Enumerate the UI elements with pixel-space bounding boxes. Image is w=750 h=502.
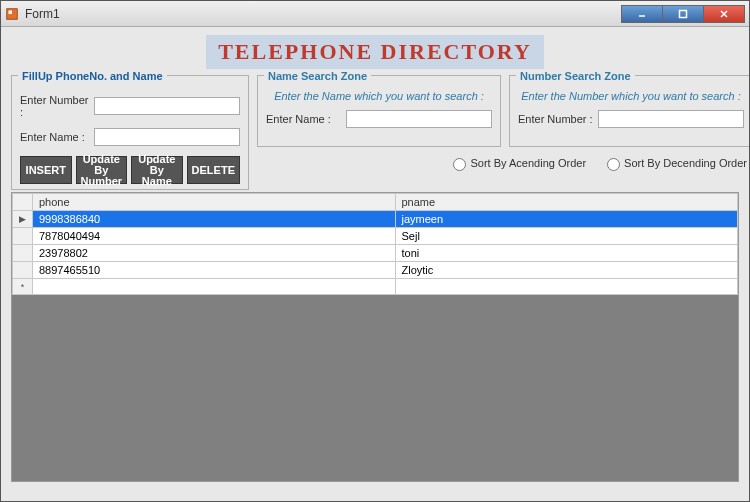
new-row[interactable]: *	[13, 279, 738, 295]
name-search-groupbox: Name Search Zone Enter the Name which yo…	[257, 75, 501, 147]
number-search-instruction: Enter the Number which you want to searc…	[518, 90, 744, 102]
svg-rect-1	[9, 10, 13, 14]
client-area: TELEPHONE DIRECTORY FillUp PhoneNo. and …	[1, 27, 749, 492]
window-buttons	[622, 5, 745, 23]
cell-pname[interactable]	[395, 279, 738, 295]
sort-desc-label: Sort By Decending Order	[624, 157, 747, 169]
number-search-groupbox: Number Search Zone Enter the Number whic…	[509, 75, 750, 147]
cell-phone[interactable]	[33, 279, 396, 295]
maximize-button[interactable]	[662, 5, 704, 23]
sort-desc-option[interactable]: Sort By Decending Order	[607, 157, 747, 169]
row-marker	[13, 228, 33, 245]
row-marker: ▶	[13, 211, 33, 228]
sort-asc-option[interactable]: Sort By Acending Order	[453, 157, 586, 169]
number-search-legend: Number Search Zone	[516, 70, 635, 82]
sort-asc-label: Sort By Acending Order	[470, 157, 586, 169]
cell-phone[interactable]: 8897465510	[33, 262, 396, 279]
sort-asc-radio[interactable]	[453, 158, 466, 171]
delete-button[interactable]: DELETE	[187, 156, 240, 184]
cell-pname[interactable]: toni	[395, 245, 738, 262]
name-search-instruction: Enter the Name which you want to search …	[266, 90, 492, 102]
window-title: Form1	[25, 7, 622, 21]
banner-title: TELEPHONE DIRECTORY	[206, 35, 544, 69]
cell-pname[interactable]: Zloytic	[395, 262, 738, 279]
name-label: Enter Name :	[20, 131, 94, 143]
update-by-name-button[interactable]: Update By Name	[131, 156, 183, 184]
table-row[interactable]: 7878040494Sejl	[13, 228, 738, 245]
name-search-legend: Name Search Zone	[264, 70, 371, 82]
row-marker	[13, 245, 33, 262]
update-by-number-button[interactable]: Update By Number	[76, 156, 128, 184]
minimize-button[interactable]	[621, 5, 663, 23]
insert-button[interactable]: INSERT	[20, 156, 72, 184]
banner-container: TELEPHONE DIRECTORY	[11, 35, 739, 69]
titlebar: Form1	[1, 1, 749, 27]
sort-row: Sort By Acending Order Sort By Decending…	[257, 147, 750, 175]
cell-pname[interactable]: Sejl	[395, 228, 738, 245]
number-input[interactable]	[94, 97, 240, 115]
close-button[interactable]	[703, 5, 745, 23]
name-input[interactable]	[94, 128, 240, 146]
new-row-marker: *	[13, 279, 33, 295]
app-icon	[5, 7, 19, 21]
row-header-blank	[13, 194, 33, 211]
col-phone-header[interactable]: phone	[33, 194, 396, 211]
table-row[interactable]: 8897465510Zloytic	[13, 262, 738, 279]
top-row: FillUp PhoneNo. and Name Enter Number : …	[11, 75, 739, 190]
number-label: Enter Number :	[20, 94, 94, 118]
grid-container: phone pname ▶9998386840jaymeen7878040494…	[11, 192, 739, 482]
table-row[interactable]: ▶9998386840jaymeen	[13, 211, 738, 228]
name-search-input[interactable]	[346, 110, 492, 128]
cell-pname[interactable]: jaymeen	[395, 211, 738, 228]
cell-phone[interactable]: 9998386840	[33, 211, 396, 228]
row-marker	[13, 262, 33, 279]
fillup-legend: FillUp PhoneNo. and Name	[18, 70, 167, 82]
svg-rect-3	[680, 10, 687, 17]
number-search-input[interactable]	[598, 110, 744, 128]
table-row[interactable]: 23978802toni	[13, 245, 738, 262]
sort-desc-radio[interactable]	[607, 158, 620, 171]
form-window: Form1 TELEPHONE DIRECTORY FillUp PhoneNo…	[0, 0, 750, 502]
cell-phone[interactable]: 7878040494	[33, 228, 396, 245]
data-grid[interactable]: phone pname ▶9998386840jaymeen7878040494…	[12, 193, 738, 295]
name-search-label: Enter Name :	[266, 113, 346, 125]
fillup-groupbox: FillUp PhoneNo. and Name Enter Number : …	[11, 75, 249, 190]
cell-phone[interactable]: 23978802	[33, 245, 396, 262]
col-pname-header[interactable]: pname	[395, 194, 738, 211]
number-search-label: Enter Number :	[518, 113, 598, 125]
